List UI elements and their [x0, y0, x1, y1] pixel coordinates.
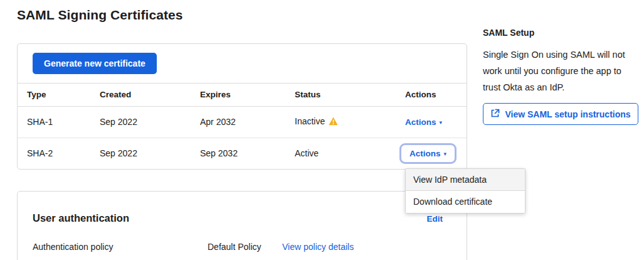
caret-down-icon: ▾: [444, 151, 447, 157]
cell-created: Sep 2022: [90, 138, 191, 169]
certificates-card: Generate new certificate Type Created Ex…: [17, 43, 467, 170]
table-row-sha2: SHA-2 Sep 2022 Sep 2032 Active Actions▾: [18, 138, 467, 169]
cell-expires: Apr 2032: [191, 106, 285, 138]
page-title: SAML Signing Certificates: [17, 8, 467, 23]
saml-setup-description: Single Sign On using SAML will not work …: [483, 46, 640, 95]
column-header-expires: Expires: [191, 84, 285, 106]
column-header-created: Created: [90, 84, 191, 106]
edit-link[interactable]: Edit: [427, 214, 443, 224]
policy-value: Default Policy: [208, 242, 282, 252]
table-header-row: Type Created Expires Status Actions: [18, 84, 467, 106]
cell-actions: Actions▾: [396, 138, 467, 169]
policy-label: Authentication policy: [33, 242, 208, 252]
cell-status: Active: [285, 138, 396, 169]
cell-actions: Actions▾: [396, 106, 467, 138]
actions-dropdown-menu: View IdP metadata Download certificate: [405, 168, 525, 214]
generate-certificate-button[interactable]: Generate new certificate: [33, 53, 157, 74]
cell-type: SHA-2: [18, 138, 90, 169]
column-header-type: Type: [18, 84, 90, 106]
authentication-policy-row: Authentication policy Default Policy Vie…: [18, 242, 467, 252]
menu-item-download-certificate[interactable]: Download certificate: [406, 191, 525, 213]
user-authentication-card: User authentication Edit Authentication …: [17, 191, 467, 260]
certificates-table: Type Created Expires Status Actions SHA-…: [18, 84, 467, 169]
external-link-icon: [490, 109, 500, 120]
view-policy-details-link[interactable]: View policy details: [282, 242, 354, 252]
cell-type: SHA-1: [18, 106, 90, 138]
actions-dropdown-button-sha1[interactable]: Actions▾: [405, 117, 442, 127]
column-header-status: Status: [285, 84, 396, 106]
view-saml-setup-instructions-button[interactable]: View SAML setup instructions: [483, 103, 638, 125]
column-header-actions: Actions: [396, 84, 467, 106]
actions-button-focus-ring: Actions▾: [399, 143, 457, 164]
status-text: Inactive: [295, 116, 325, 126]
actions-dropdown-button-sha2[interactable]: Actions▾: [409, 149, 446, 158]
status-text: Active: [295, 148, 319, 158]
warning-triangle-icon: [329, 117, 338, 127]
cell-created: Sep 2022: [90, 106, 191, 138]
caret-down-icon: ▾: [440, 119, 443, 126]
saml-setup-title: SAML Setup: [483, 28, 640, 38]
user-auth-header: User authentication Edit: [18, 192, 467, 224]
page-layout: SAML Signing Certificates Generate new c…: [0, 0, 644, 260]
menu-item-view-idp-metadata[interactable]: View IdP metadata: [406, 169, 525, 191]
main-column: SAML Signing Certificates Generate new c…: [0, 0, 467, 260]
cell-expires: Sep 2032: [191, 138, 285, 169]
user-auth-title: User authentication: [33, 212, 129, 224]
saml-setup-panel: SAML Setup Single Sign On using SAML wil…: [483, 28, 640, 125]
table-row-sha1: SHA-1 Sep 2022 Apr 2032 Inactive Actions…: [18, 106, 467, 138]
certificates-toolbar: Generate new certificate: [18, 44, 467, 84]
cell-status: Inactive: [285, 106, 396, 138]
